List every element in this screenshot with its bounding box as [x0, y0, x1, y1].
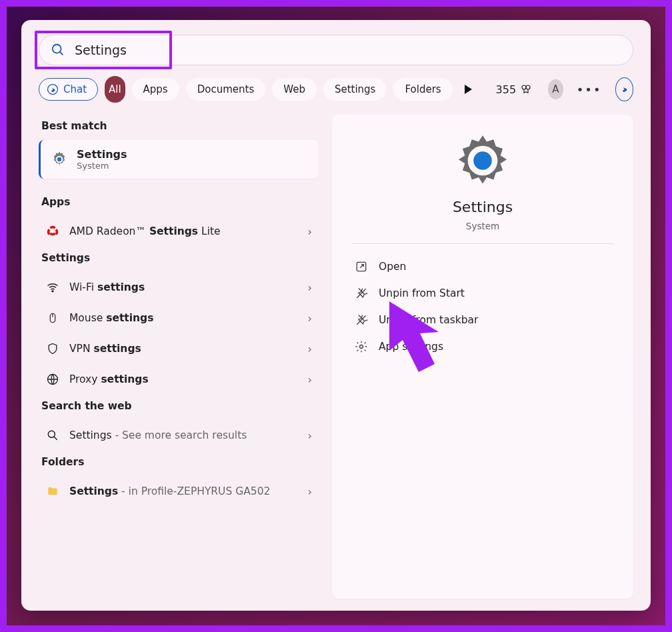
shield-icon	[46, 342, 59, 355]
settings-result-proxy[interactable]: Proxy settings ›	[39, 364, 319, 395]
preview-title: Settings	[453, 199, 513, 215]
chevron-right-icon: ›	[308, 485, 312, 498]
chevron-right-icon: ›	[308, 281, 312, 294]
svg-point-4	[526, 85, 530, 89]
filter-settings[interactable]: Settings	[323, 78, 387, 101]
svg-point-12	[48, 431, 55, 437]
svg-point-3	[522, 85, 526, 89]
amd-icon	[45, 224, 60, 239]
filter-bar: Chat All Apps Documents Web Settings Fol…	[39, 76, 633, 103]
svg-point-8	[52, 291, 53, 292]
folder-icon	[46, 485, 59, 497]
unpin-icon	[355, 287, 368, 300]
action-unpin-start-label: Unpin from Start	[379, 287, 465, 299]
open-external-icon	[355, 260, 368, 273]
wifi-icon	[46, 281, 59, 294]
globe-icon	[46, 373, 59, 386]
bing-icon	[617, 83, 631, 96]
search-bar[interactable]	[39, 35, 633, 65]
chevron-right-icon: ›	[308, 343, 312, 355]
mouse-icon	[47, 311, 59, 325]
filter-folders[interactable]: Folders	[393, 78, 452, 101]
filter-all[interactable]: All	[105, 76, 125, 103]
action-app-settings[interactable]: App settings	[352, 333, 613, 360]
search-icon	[51, 43, 65, 57]
settings-result-mouse[interactable]: Mouse settings ›	[39, 303, 319, 333]
filter-documents[interactable]: Documents	[186, 78, 266, 101]
search-input[interactable]	[75, 43, 275, 57]
section-apps: Apps	[41, 196, 316, 208]
svg-line-18	[357, 315, 365, 324]
settings-gear-icon	[355, 340, 368, 353]
unpin-icon	[355, 313, 368, 327]
more-button[interactable]: •••	[577, 83, 602, 97]
section-folders: Folders	[41, 456, 316, 468]
gear-icon	[50, 150, 69, 169]
svg-line-13	[54, 437, 57, 440]
section-web: Search the web	[41, 400, 316, 412]
chat-chip-label: Chat	[63, 83, 87, 95]
action-unpin-start[interactable]: Unpin from Start	[352, 280, 613, 307]
svg-line-17	[357, 289, 365, 297]
svg-point-19	[360, 345, 363, 349]
filter-web[interactable]: Web	[272, 78, 317, 101]
filter-apps[interactable]: Apps	[132, 78, 179, 101]
svg-line-1	[60, 52, 63, 55]
search-icon	[46, 429, 59, 442]
chat-chip[interactable]: Chat	[39, 78, 98, 101]
action-unpin-taskbar-label: Unpin from taskbar	[379, 314, 478, 326]
svg-point-0	[53, 45, 61, 53]
app-result-amd-radeon[interactable]: AMD Radeon™ Settings Lite ›	[39, 216, 319, 247]
bing-chat-button[interactable]	[615, 77, 633, 101]
chevron-right-icon: ›	[308, 429, 312, 442]
section-settings: Settings	[41, 252, 316, 264]
best-match-title: Settings	[77, 148, 127, 161]
windows-search-flyout: Chat All Apps Documents Web Settings Fol…	[21, 20, 651, 611]
medal-icon	[520, 83, 532, 95]
chevron-right-icon: ›	[308, 373, 312, 386]
action-open[interactable]: Open	[352, 253, 613, 280]
preview-subtitle: System	[466, 221, 499, 231]
results-list: Best match Settings System Apps AM	[39, 115, 319, 599]
section-best-match: Best match	[41, 120, 316, 132]
user-avatar[interactable]: A	[548, 79, 563, 99]
web-result[interactable]: Settings - See more search results ›	[39, 420, 319, 451]
best-match-subtitle: System	[77, 161, 127, 171]
folder-result[interactable]: Settings - in Profile-ZEPHYRUS GA502 ›	[39, 476, 319, 507]
app-result-label: AMD Radeon™ Settings Lite	[69, 225, 299, 237]
preview-hero: Settings System	[352, 132, 613, 244]
chevron-right-icon: ›	[308, 225, 312, 238]
action-app-settings-label: App settings	[379, 341, 443, 353]
expand-filters-icon[interactable]	[465, 85, 472, 94]
settings-result-vpn[interactable]: VPN settings ›	[39, 333, 319, 364]
svg-point-7	[57, 157, 62, 162]
action-unpin-taskbar[interactable]: Unpin from taskbar	[352, 307, 613, 333]
action-open-label: Open	[379, 261, 406, 273]
rewards-points[interactable]: 355	[496, 83, 533, 96]
gear-icon	[454, 132, 511, 189]
chevron-right-icon: ›	[308, 312, 312, 325]
best-match-item[interactable]: Settings System	[39, 140, 319, 179]
settings-result-wifi[interactable]: Wi-Fi settings ›	[39, 272, 319, 303]
results-area: Best match Settings System Apps AM	[39, 115, 633, 599]
svg-point-15	[473, 151, 492, 170]
preview-pane: Settings System Open Unpin from Start Un…	[332, 115, 633, 599]
bing-icon	[46, 83, 59, 96]
